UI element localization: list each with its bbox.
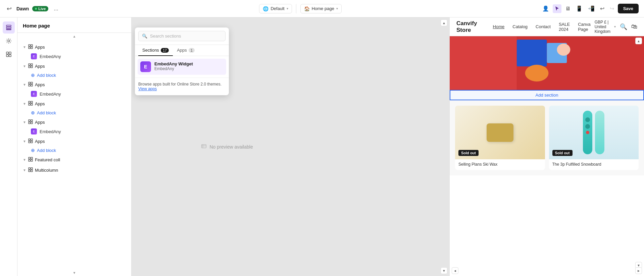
svg-rect-17	[31, 82, 33, 84]
store-content[interactable]: Add section Sold out Selling Plans Ski W…	[450, 36, 644, 276]
product-info-soap: Selling Plans Ski Wax	[455, 159, 545, 170]
embed-subtitle: EmbedAny	[154, 66, 193, 71]
separator	[296, 4, 296, 13]
store-scroll-top[interactable]: ▲	[635, 38, 642, 44]
scroll-down-arrow[interactable]: ▼	[17, 269, 131, 276]
chevron-icon5: ▼	[23, 120, 26, 124]
product-img-snowboard: Sold out	[549, 106, 639, 159]
section-item-embedany2[interactable]: E EmbedAny	[21, 90, 127, 98]
store-nav-home[interactable]: Home	[489, 24, 509, 29]
apps-icon-btn[interactable]	[3, 48, 15, 60]
product-card-soap[interactable]: Sold out Selling Plans Ski Wax	[455, 106, 545, 170]
add-block-btn3[interactable]: ⊕ Add block	[21, 146, 127, 154]
topbar: ↩ Dawn Live ... 🌐 Default ▾ 🏠 Home page …	[0, 0, 644, 17]
main-layout: Home page ▲ ▼ Apps	[0, 17, 644, 276]
section-group-apps2-header[interactable]: ▼ Apps	[21, 61, 127, 71]
live-dot	[35, 8, 37, 10]
tablet-icon-btn[interactable]: 📱	[574, 4, 584, 13]
grid-icon5	[28, 119, 33, 125]
section-group-featured-header[interactable]: ▼ Featured coll	[21, 155, 127, 165]
section-group-apps1-header[interactable]: ▼ Apps	[21, 42, 127, 52]
chevron-icon: ▼	[23, 45, 26, 49]
svg-rect-8	[29, 45, 30, 46]
section-item-embedany3[interactable]: E EmbedAny	[21, 127, 127, 136]
svg-rect-30	[29, 141, 30, 143]
chevron-icon7: ▼	[23, 158, 26, 162]
back-button[interactable]: ↩	[5, 4, 13, 14]
desktop-icon-btn[interactable]: 🖥	[563, 4, 572, 13]
save-button[interactable]: Save	[618, 4, 639, 13]
svg-rect-6	[6, 55, 8, 57]
tab-apps-label: Apps	[177, 48, 187, 53]
homepage-selector[interactable]: 🏠 Home page ▾	[300, 4, 342, 13]
section-group-multicolumn-header[interactable]: ▼ Multicolumn	[21, 165, 127, 175]
grid-icon4	[28, 101, 33, 107]
svg-rect-26	[29, 122, 30, 124]
add-block-label2: Add block	[37, 110, 56, 115]
scroll-up-arrow[interactable]: ▲	[17, 33, 131, 40]
currency-selector[interactable]: GBP £ | United Kingdom ▾	[595, 20, 616, 34]
tab-sections-label: Sections	[142, 48, 159, 53]
svg-rect-14	[29, 66, 30, 68]
svg-rect-38	[29, 170, 30, 172]
store-nav-catalog[interactable]: Catalog	[508, 24, 532, 29]
sections-icon-btn[interactable]	[3, 21, 15, 34]
svg-rect-20	[29, 101, 30, 103]
mobile-icon-btn[interactable]: 📲	[586, 4, 596, 13]
add-block-btn1[interactable]: ⊕ Add block	[21, 71, 127, 79]
store-nav-contact[interactable]: Contact	[532, 24, 555, 29]
add-block-label1: Add block	[37, 73, 56, 78]
undo-button[interactable]: ↩	[598, 4, 606, 13]
cursor-icon-btn[interactable]	[553, 4, 561, 13]
add-block-btn2[interactable]: ⊕ Add block	[21, 109, 127, 117]
grid-icon3	[28, 82, 33, 88]
section-group-apps3-header[interactable]: ▼ Apps	[21, 80, 127, 90]
section-group-apps1: ▼ Apps E EmbedAny	[17, 42, 131, 61]
store-scroll-right[interactable]: ►	[635, 267, 642, 274]
more-options-button[interactable]: ...	[52, 4, 60, 13]
section-group-multicolumn: ▼ Multicolumn	[17, 165, 131, 175]
default-selector[interactable]: 🌐 Default ▾	[259, 4, 292, 13]
section-group-apps1-label: Apps	[35, 45, 45, 50]
svg-rect-49	[450, 36, 517, 90]
embedany-logo: E	[140, 61, 151, 72]
add-section-bar[interactable]: Add section	[450, 90, 644, 100]
tab-sections[interactable]: Sections 17	[138, 45, 173, 56]
section-group-featured-label: Featured coll	[35, 157, 60, 162]
section-group-apps2: ▼ Apps ⊕ Add block	[17, 61, 131, 79]
preview-scroll-top[interactable]: ▲	[441, 19, 447, 26]
product-card-snowboard[interactable]: Sold out The 3p Fulfilled Snowboard	[549, 106, 639, 170]
section-item-embedany2-label: EmbedAny	[40, 92, 61, 97]
panel-scroll[interactable]: ▼ Apps E EmbedAny	[17, 40, 131, 269]
store-cart-icon[interactable]: 🛍	[631, 23, 637, 30]
svg-rect-21	[31, 101, 33, 103]
store-nav-sale[interactable]: SALE 2024	[555, 22, 574, 32]
grid-icon8	[28, 167, 33, 173]
customer-icon-btn[interactable]: 👤	[541, 4, 551, 13]
search-sections-input[interactable]	[150, 34, 222, 39]
redo-button[interactable]: ↪	[608, 4, 616, 13]
section-group-apps6-header[interactable]: ▼ Apps	[21, 136, 127, 146]
svg-rect-31	[31, 141, 33, 143]
settings-icon-btn[interactable]	[3, 35, 15, 47]
section-group-multicolumn-label: Multicolumn	[35, 168, 58, 173]
section-group-apps4: ▼ Apps ⊕ Add block	[17, 99, 131, 117]
product-info-snowboard: The 3p Fulfilled Snowboard	[549, 159, 639, 170]
store-search-icon[interactable]: 🔍	[620, 23, 627, 31]
tab-apps[interactable]: Apps 1	[173, 45, 199, 56]
store-nav-canva[interactable]: Canva Page	[574, 22, 595, 32]
grid-icon6	[28, 139, 33, 144]
svg-point-3	[8, 40, 10, 42]
embed-item[interactable]: E EmbedAny Widget EmbedAny	[138, 59, 226, 75]
store-scroll-left[interactable]: ◄	[452, 267, 458, 274]
section-group-apps4-header[interactable]: ▼ Apps	[21, 99, 127, 109]
section-group-apps5-header[interactable]: ▼ Apps	[21, 117, 127, 127]
section-item-embedany1-label: EmbedAny	[40, 54, 61, 59]
view-apps-link[interactable]: View apps	[138, 87, 157, 91]
tab-apps-badge: 1	[189, 48, 195, 53]
preview-scroll-bottom[interactable]: ▼	[441, 267, 447, 274]
svg-rect-32	[29, 157, 30, 159]
section-group-apps3-label: Apps	[35, 82, 45, 87]
section-group-apps6-label: Apps	[35, 139, 45, 144]
section-item-embedany1[interactable]: E EmbedAny	[21, 52, 127, 61]
